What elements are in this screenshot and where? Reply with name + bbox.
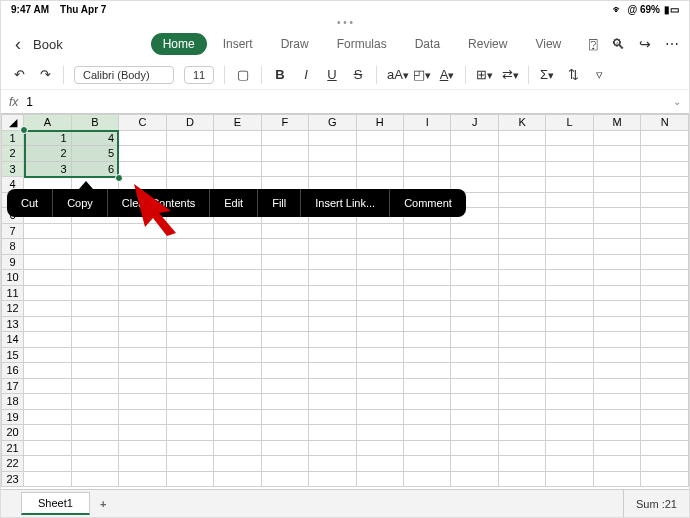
- filter-icon[interactable]: ▿: [591, 67, 607, 82]
- row-header[interactable]: 20: [2, 425, 24, 441]
- ctx-edit[interactable]: Edit: [210, 189, 258, 217]
- back-icon[interactable]: ‹: [11, 34, 25, 55]
- ribbon: ↶ ↷ Calibri (Body) 11 ▢ B I U S aA▾ ◰▾ A…: [1, 60, 689, 90]
- drag-handle-dots: • • •: [1, 17, 689, 28]
- formula-expand-icon[interactable]: ⌄: [673, 96, 681, 107]
- col-header[interactable]: M: [593, 115, 640, 131]
- sort-icon[interactable]: ⇅: [565, 67, 581, 82]
- tab-draw[interactable]: Draw: [269, 33, 321, 55]
- row-header[interactable]: 12: [2, 301, 24, 317]
- search-icon[interactable]: 🔍︎: [611, 36, 625, 52]
- sheet-bar: Sheet1 + Sum :21: [1, 489, 689, 517]
- row-header[interactable]: 15: [2, 347, 24, 363]
- cell[interactable]: 6: [71, 161, 118, 177]
- row-header[interactable]: 16: [2, 363, 24, 379]
- col-header[interactable]: F: [261, 115, 308, 131]
- sheet-tab[interactable]: Sheet1: [21, 492, 90, 515]
- ctx-fill[interactable]: Fill: [258, 189, 301, 217]
- row-header[interactable]: 23: [2, 471, 24, 487]
- row-header[interactable]: 18: [2, 394, 24, 410]
- ribbon-tabs: Home Insert Draw Formulas Data Review Vi…: [151, 33, 581, 55]
- more-icon[interactable]: ⋯: [665, 36, 679, 52]
- row-header[interactable]: 9: [2, 254, 24, 270]
- row-header[interactable]: 7: [2, 223, 24, 239]
- row-header[interactable]: 3: [2, 161, 24, 177]
- row-header[interactable]: 8: [2, 239, 24, 255]
- row-header[interactable]: 11: [2, 285, 24, 301]
- col-header[interactable]: D: [166, 115, 213, 131]
- cell-style-icon[interactable]: ▢: [235, 67, 251, 82]
- row-header[interactable]: 2: [2, 146, 24, 162]
- row-header[interactable]: 1: [2, 130, 24, 146]
- row-header[interactable]: 14: [2, 332, 24, 348]
- col-header[interactable]: H: [356, 115, 403, 131]
- context-menu-tail: [79, 181, 93, 189]
- lightbulb-icon[interactable]: ⍰: [589, 36, 597, 52]
- col-header[interactable]: N: [641, 115, 689, 131]
- row-header[interactable]: 21: [2, 440, 24, 456]
- status-sum: Sum :21: [623, 490, 689, 518]
- strikethrough-icon[interactable]: S: [350, 67, 366, 82]
- font-size-select[interactable]: 11: [184, 66, 214, 84]
- formula-bar[interactable]: fx 1 ⌄: [1, 90, 689, 114]
- col-header[interactable]: I: [403, 115, 450, 131]
- cell[interactable]: 4: [71, 130, 118, 146]
- select-all-corner[interactable]: ◢: [2, 115, 24, 131]
- fx-label: fx: [9, 95, 18, 109]
- font-format-icon[interactable]: aA▾: [387, 67, 403, 82]
- ctx-link[interactable]: Insert Link...: [301, 189, 390, 217]
- status-bar: 9:47 AM Thu Apr 7 ᯤ @ 69% ▮▭: [1, 1, 689, 17]
- font-name-select[interactable]: Calibri (Body): [74, 66, 174, 84]
- row-header[interactable]: 19: [2, 409, 24, 425]
- status-time: 9:47 AM: [11, 4, 49, 15]
- tab-view[interactable]: View: [523, 33, 573, 55]
- tab-formulas[interactable]: Formulas: [325, 33, 399, 55]
- font-color-icon[interactable]: A▾: [439, 67, 455, 82]
- row-header[interactable]: 22: [2, 456, 24, 472]
- redo-icon[interactable]: ↷: [37, 67, 53, 82]
- border-icon[interactable]: ⊞▾: [476, 67, 492, 82]
- ctx-cut[interactable]: Cut: [7, 189, 53, 217]
- cell[interactable]: 3: [24, 161, 71, 177]
- status-date: Thu Apr 7: [60, 4, 106, 15]
- battery-icon: ▮▭: [664, 4, 679, 15]
- col-header[interactable]: A: [24, 115, 71, 131]
- col-header[interactable]: J: [451, 115, 498, 131]
- wifi-icon: ᯤ: [613, 4, 623, 15]
- col-header[interactable]: L: [546, 115, 593, 131]
- col-header[interactable]: K: [498, 115, 545, 131]
- col-header[interactable]: E: [214, 115, 261, 131]
- cell[interactable]: 5: [71, 146, 118, 162]
- bold-icon[interactable]: B: [272, 67, 288, 82]
- cell[interactable]: [119, 130, 166, 146]
- merge-icon[interactable]: ⇄▾: [502, 67, 518, 82]
- formula-value[interactable]: 1: [26, 95, 673, 109]
- ctx-clear[interactable]: Clear Contents: [108, 189, 210, 217]
- tab-insert[interactable]: Insert: [211, 33, 265, 55]
- row-header[interactable]: 13: [2, 316, 24, 332]
- autosum-icon[interactable]: Σ▾: [539, 67, 555, 82]
- share-icon[interactable]: ↪: [639, 36, 651, 52]
- document-title[interactable]: Book: [33, 37, 63, 52]
- spreadsheet-grid[interactable]: ◢ A B C D E F G H I J K L M N 114 225 33…: [1, 114, 689, 494]
- fill-color-icon[interactable]: ◰▾: [413, 67, 429, 82]
- ctx-comment[interactable]: Comment: [390, 189, 466, 217]
- cell[interactable]: 2: [24, 146, 71, 162]
- col-header[interactable]: C: [119, 115, 166, 131]
- tab-data[interactable]: Data: [403, 33, 452, 55]
- col-header[interactable]: G: [309, 115, 356, 131]
- row-header[interactable]: 17: [2, 378, 24, 394]
- col-header[interactable]: B: [71, 115, 118, 131]
- header-bar: ‹ Book Home Insert Draw Formulas Data Re…: [1, 28, 689, 60]
- ctx-copy[interactable]: Copy: [53, 189, 108, 217]
- add-sheet-button[interactable]: +: [90, 494, 116, 514]
- context-menu: Cut Copy Clear Contents Edit Fill Insert…: [7, 189, 466, 217]
- underline-icon[interactable]: U: [324, 67, 340, 82]
- battery-percent: @ 69%: [627, 4, 660, 15]
- row-header[interactable]: 10: [2, 270, 24, 286]
- tab-review[interactable]: Review: [456, 33, 519, 55]
- italic-icon[interactable]: I: [298, 67, 314, 82]
- cell[interactable]: 1: [24, 130, 71, 146]
- tab-home[interactable]: Home: [151, 33, 207, 55]
- undo-icon[interactable]: ↶: [11, 67, 27, 82]
